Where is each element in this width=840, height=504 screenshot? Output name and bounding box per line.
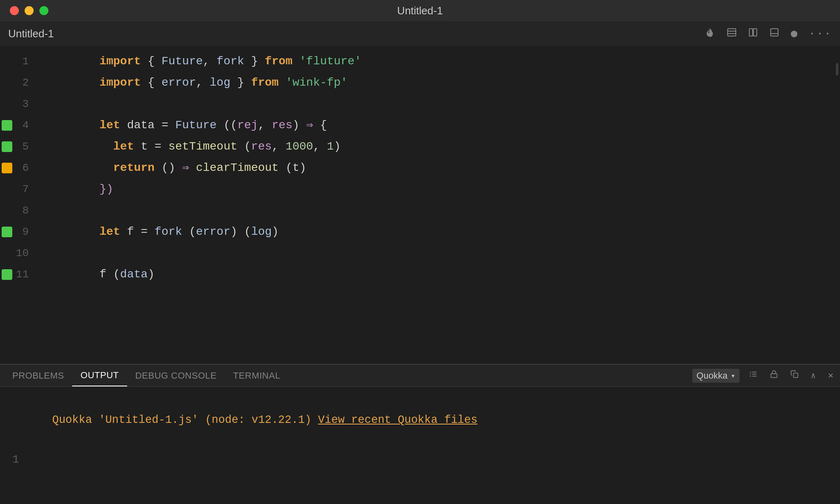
minimize-button[interactable] [25,6,34,15]
list-filter-icon[interactable] [747,369,760,382]
gutter-7: 7 [0,183,33,195]
gutter-8: 8 [0,204,33,217]
flame-icon[interactable] [705,27,715,40]
title-bar: Untitled-1 [0,0,840,21]
keyword-import-2: import [99,76,141,89]
gutter-5: 5 [0,141,33,153]
traffic-lights [10,6,48,15]
line-number-3: 3 [12,98,29,110]
line-number-6: 6 [12,162,29,174]
svg-rect-13 [771,374,777,377]
tab-bar: Untitled-1 [0,21,840,47]
output-line-number: 1 [12,453,828,466]
tab-terminal[interactable]: TERMINAL [225,365,288,386]
line-number-5: 5 [12,141,29,153]
code-line-11: 11 f (data) [0,264,834,285]
svg-rect-3 [749,29,753,36]
editor-scrollbar[interactable] [834,47,840,364]
line-number-8: 8 [12,204,29,217]
line-number-1: 1 [12,55,29,68]
scrollbar-thumb[interactable] [836,63,838,75]
gutter-4: 4 [0,119,33,132]
indicator-5 [2,141,12,152]
unsaved-dot [791,31,797,37]
scroll-up-icon[interactable]: ∧ [808,370,818,381]
line-number-10: 10 [12,247,29,259]
panel-tab-bar: PROBLEMS OUTPUT DEBUG CONSOLE TERMINAL Q… [0,365,840,387]
svg-rect-4 [753,29,757,36]
svg-rect-5 [771,29,778,36]
tab-problems[interactable]: PROBLEMS [4,365,72,386]
bottom-panel: PROBLEMS OUTPUT DEBUG CONSOLE TERMINAL Q… [0,365,840,504]
more-actions-icon[interactable]: ··· [809,27,832,40]
gutter-1: 1 [0,55,33,68]
layout-icon[interactable] [727,27,737,40]
output-source-dropdown[interactable]: Quokka ▾ [692,369,740,383]
svg-rect-0 [728,29,736,36]
code-editor[interactable]: 1 import { Future, fork } from 'fluture'… [0,47,834,364]
maximize-button[interactable] [39,6,48,15]
gutter-9: 9 [0,226,33,238]
file-tab[interactable]: Untitled-1 [8,27,54,40]
output-text-line: Quokka 'Untitled-1.js' (node: v12.22.1) … [12,395,828,445]
line-number-11: 11 [12,268,29,281]
panel-icon[interactable] [769,27,779,40]
line-number-7: 7 [12,183,29,195]
line-number-9: 9 [12,226,29,238]
gutter-2: 2 [0,77,33,89]
output-prefix: Quokka 'Untitled-1.js' (node: v12.22.1) [52,414,318,426]
indicator-4 [2,120,12,131]
tab-debug-console[interactable]: DEBUG CONSOLE [127,365,225,386]
indicator-6 [2,163,12,173]
lock-icon[interactable] [767,369,781,382]
chevron-down-icon: ▾ [731,371,735,380]
view-recent-link[interactable]: View recent Quokka files [318,414,477,426]
gutter-11: 11 [0,268,33,281]
line-number-4: 4 [12,119,29,132]
code-content-11: f (data) [33,243,155,306]
window-title: Untitled-1 [397,5,443,17]
tab-output[interactable]: OUTPUT [72,365,127,386]
panel-actions: Quokka ▾ [692,369,836,383]
svg-rect-14 [793,373,798,378]
close-panel-icon[interactable]: ✕ [826,369,836,382]
output-panel-body: Quokka 'Untitled-1.js' (node: v12.22.1) … [0,387,840,504]
toolbar-icons: ··· [705,27,832,40]
code-line-9: 9 let f = fork (error) (log) [0,221,834,243]
gutter-10: 10 [0,247,33,259]
gutter-6: 6 [0,162,33,174]
line-number-2: 2 [12,77,29,89]
copy-icon[interactable] [788,369,801,382]
columns-icon[interactable] [748,27,758,40]
code-line-6: 6 return () ⇒ clearTimeout (t) [0,157,834,179]
close-button[interactable] [10,6,19,15]
editor-area: 1 import { Future, fork } from 'fluture'… [0,47,840,364]
gutter-3: 3 [0,98,33,110]
indicator-9 [2,227,12,237]
output-source-label: Quokka [696,370,728,381]
code-line-2: 2 import { error, log } from 'wink-fp' [0,72,834,93]
indicator-11 [2,269,12,280]
